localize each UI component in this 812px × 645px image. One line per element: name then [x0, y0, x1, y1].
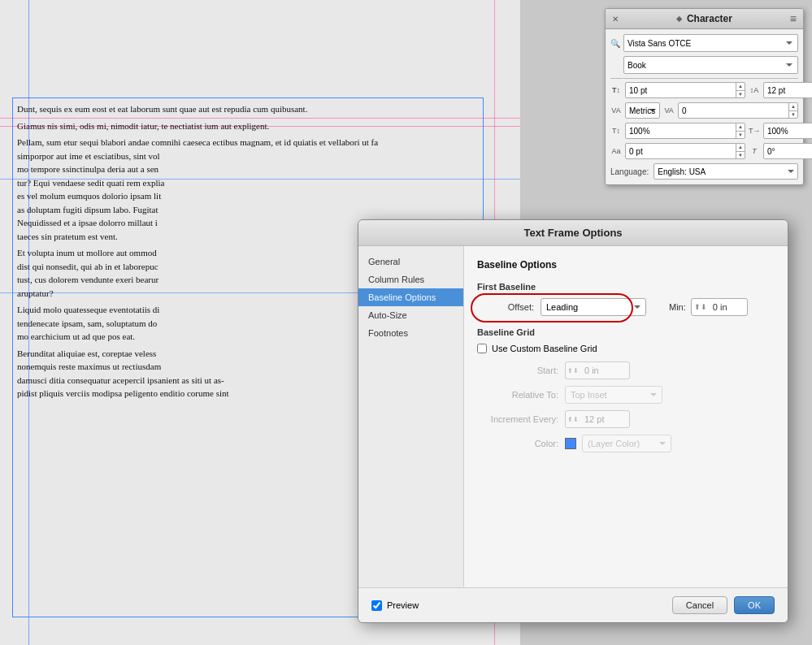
tracking-row: VA Metrics VA ▲ ▼: [610, 102, 798, 119]
start-spinner-icon: ⬆⬇: [566, 367, 580, 374]
font-style-row: Book: [610, 56, 798, 74]
preview-checkbox[interactable]: [371, 600, 382, 611]
baseline-grid-title: Baseline Grid: [477, 327, 775, 337]
character-panel: ✕ ◆ Character ≡ 🔍 Vista Sans OTCE Book T…: [605, 8, 804, 185]
dialog-titlebar: Text Frame Options: [358, 220, 788, 246]
character-panel-titlebar: ✕ ◆ Character ≡: [606, 9, 803, 29]
offset-select-wrap: Leading Ascent Cap Height x Height Fixed: [541, 298, 646, 316]
font-size-input-group: ▲ ▼: [625, 82, 745, 98]
min-input[interactable]: [710, 299, 788, 315]
panel-menu-icon[interactable]: ≡: [790, 12, 797, 25]
baseline-shift-icon: Aa: [610, 147, 622, 155]
font-size-input[interactable]: [626, 83, 736, 97]
increment-row: Increment Every: ⬆⬇: [477, 410, 775, 428]
start-input[interactable]: [580, 362, 701, 379]
color-row: Color: (Layer Color) Black Blue Red: [477, 435, 775, 452]
start-label: Start:: [477, 366, 558, 375]
sidebar-item-column-rules[interactable]: Column Rules: [358, 271, 463, 288]
character-panel-body: 🔍 Vista Sans OTCE Book T↕ ▲ ▼ ↕A: [606, 29, 803, 184]
leading-icon: ↕A: [749, 86, 760, 94]
vscale-spinners: ▲ ▼: [736, 123, 745, 138]
baseline-shift-up[interactable]: ▲: [736, 144, 745, 152]
vscale-icon: T↕: [610, 127, 622, 135]
increment-input[interactable]: [580, 411, 701, 427]
relative-to-row: Relative To: Top Inset Top of Page Top M…: [477, 386, 775, 404]
color-swatch: [565, 438, 576, 449]
kerning-select[interactable]: Metrics: [625, 102, 660, 119]
close-icon[interactable]: ✕: [612, 15, 619, 24]
font-size-up[interactable]: ▲: [736, 83, 745, 91]
sidebar-item-baseline-options[interactable]: Baseline Options: [358, 288, 463, 306]
dialog-footer: Preview Cancel OK: [358, 587, 788, 622]
hscale-input[interactable]: [764, 123, 812, 138]
skew-input[interactable]: [764, 144, 812, 158]
font-family-select[interactable]: Vista Sans OTCE: [623, 34, 798, 52]
min-input-group: ⬆⬇: [691, 298, 748, 316]
relative-to-select[interactable]: Top Inset Top of Page Top Margin: [565, 386, 662, 404]
preview-label: Preview: [387, 600, 419, 610]
search-icon: 🔍: [610, 39, 620, 48]
use-custom-checkbox[interactable]: [477, 344, 487, 353]
ok-button[interactable]: OK: [734, 596, 775, 614]
hscale-input-group: ▲ ▼: [763, 123, 812, 139]
first-baseline-title: First Baseline: [477, 282, 775, 292]
sidebar-item-general[interactable]: General: [358, 253, 463, 271]
baseline-shift-spinners: ▲ ▼: [736, 144, 745, 158]
dialog-sidebar: General Column Rules Baseline Options Au…: [358, 246, 464, 587]
baseline-shift-input[interactable]: [626, 144, 736, 158]
kerning-icon: VA: [610, 106, 622, 115]
vscale-down[interactable]: ▼: [736, 132, 745, 139]
vscale-up[interactable]: ▲: [736, 123, 745, 132]
increment-label: Increment Every:: [477, 414, 558, 424]
font-size-icon: T↕: [610, 86, 622, 94]
start-row: Start: ⬆⬇: [477, 361, 775, 379]
tracking-down[interactable]: ▼: [789, 111, 797, 119]
start-input-group: ⬆⬇: [565, 361, 630, 379]
min-spinner-icon: ⬆⬇: [692, 303, 710, 311]
dialog-buttons: Cancel OK: [672, 596, 775, 614]
language-label: Language:: [610, 167, 649, 176]
dialog-main-content: Baseline Options First Baseline Offset: …: [464, 246, 788, 587]
increment-input-group: ⬆⬇: [565, 410, 630, 428]
baseline-grid-section: Baseline Grid Use Custom Baseline Grid S…: [477, 327, 775, 452]
tracking-input-group: ▲ ▼: [678, 102, 798, 119]
dialog-body: General Column Rules Baseline Options Au…: [358, 246, 788, 587]
language-select[interactable]: English: USA: [654, 163, 798, 180]
use-custom-row: Use Custom Baseline Grid: [477, 344, 775, 353]
cancel-button[interactable]: Cancel: [672, 596, 727, 614]
font-size-spinners: ▲ ▼: [736, 83, 745, 97]
use-custom-label: Use Custom Baseline Grid: [492, 344, 597, 353]
leading-input-group: ▲ ▼: [763, 82, 812, 98]
offset-label: Offset:: [477, 302, 534, 312]
leading-input[interactable]: [764, 83, 812, 97]
tracking-icon: VA: [663, 106, 675, 115]
font-family-row: 🔍 Vista Sans OTCE: [610, 34, 798, 52]
relative-to-label: Relative To:: [477, 390, 558, 400]
language-row: Language: English: USA: [610, 163, 798, 180]
offset-row: Offset: Leading Ascent Cap Height x Heig…: [477, 298, 775, 316]
baseline-shift-down[interactable]: ▼: [736, 152, 745, 159]
sidebar-item-auto-size[interactable]: Auto-Size: [358, 306, 463, 324]
dialog-title: Text Frame Options: [523, 227, 622, 239]
color-select[interactable]: (Layer Color) Black Blue Red: [582, 435, 671, 452]
font-size-down[interactable]: ▼: [736, 91, 745, 98]
baseline-shift-input-group: ▲ ▼: [625, 143, 745, 159]
text-frame-options-dialog: Text Frame Options General Column Rules …: [358, 219, 788, 623]
baseline-row: Aa ▲ ▼ T ▲ ▼: [610, 143, 798, 159]
divider-1: [610, 78, 798, 79]
font-style-select[interactable]: Book: [623, 56, 798, 74]
tracking-input[interactable]: [679, 103, 788, 118]
tracking-spinners: ▲ ▼: [788, 103, 797, 118]
min-label: Min:: [669, 302, 686, 312]
color-label: Color:: [477, 439, 558, 448]
vscale-input[interactable]: [626, 123, 736, 138]
preview-row: Preview: [371, 600, 419, 611]
tracking-up[interactable]: ▲: [789, 103, 797, 111]
offset-select[interactable]: Leading Ascent Cap Height x Height Fixed: [541, 298, 646, 316]
vscale-input-group: ▲ ▼: [625, 123, 745, 139]
section-title: Baseline Options: [477, 259, 775, 271]
sidebar-item-footnotes[interactable]: Footnotes: [358, 324, 463, 342]
font-size-row: T↕ ▲ ▼ ↕A ▲ ▼: [610, 82, 798, 98]
min-group: Min: ⬆⬇: [669, 298, 748, 316]
skew-input-group: ▲ ▼: [763, 143, 812, 159]
